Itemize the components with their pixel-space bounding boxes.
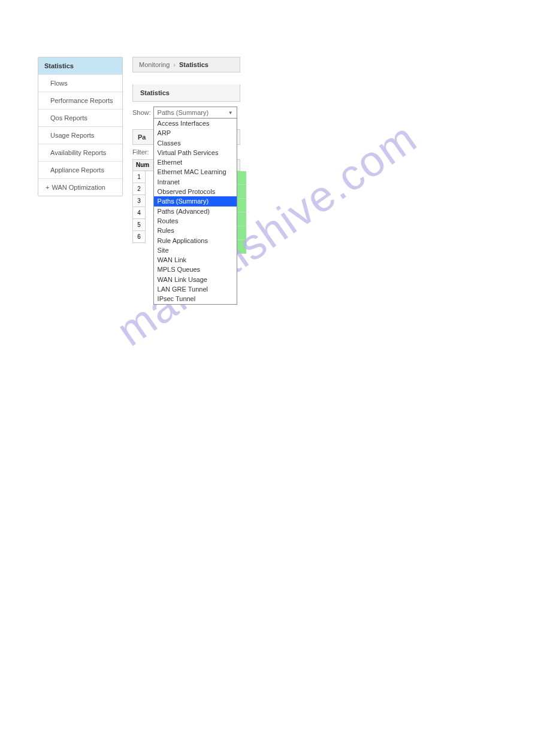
dropdown-option-classes[interactable]: Classes [154,138,237,148]
num-header: Num [134,160,152,169]
dropdown-select[interactable]: Paths (Summary) ▼ [153,107,237,119]
dropdown-option-rule-applications[interactable]: Rule Applications [154,236,237,245]
table-row[interactable]: 5 [132,219,146,231]
breadcrumb-current: Statistics [179,61,208,68]
table-row[interactable]: 3 [132,195,146,207]
dropdown-option-site[interactable]: Site [154,245,237,255]
sidebar-item-label: WAN Optimization [52,184,105,191]
dropdown-option-virtual-path-services[interactable]: Virtual Path Services [154,148,237,157]
num-column: 1 2 3 4 5 6 [132,171,146,243]
chevron-right-icon: › [173,61,176,68]
show-label: Show: [132,109,151,116]
dropdown-option-observed-protocols[interactable]: Observed Protocols [154,187,237,196]
dropdown-option-routes[interactable]: Routes [154,216,237,226]
breadcrumb-parent[interactable]: Monitoring [139,61,170,68]
sidebar-item-wan-optimization[interactable]: + WAN Optimization [38,179,122,196]
dropdown-option-rules[interactable]: Rules [154,226,237,235]
dropdown-option-ethernet[interactable]: Ethernet [154,157,237,167]
sidebar-item-flows[interactable]: Flows [38,75,122,92]
main-content: Monitoring › Statistics Statistics Show:… [132,57,240,196]
dropdown-option-wan-link[interactable]: WAN Link [154,255,237,265]
panel-header: Statistics [132,84,240,102]
plus-icon: + [46,184,49,191]
dropdown-option-arp[interactable]: ARP [154,128,237,138]
show-row: Show: Paths (Summary) ▼ Access Interface… [132,102,240,123]
table-row[interactable]: 1 [132,171,146,183]
show-dropdown[interactable]: Paths (Summary) ▼ Access Interfaces ARP … [153,107,237,119]
chevron-down-icon: ▼ [228,110,233,116]
dropdown-option-intranet[interactable]: Intranet [154,177,237,187]
dropdown-option-lan-gre-tunnel[interactable]: LAN GRE Tunnel [154,284,237,294]
breadcrumb: Monitoring › Statistics [132,57,240,72]
dropdown-option-access-interfaces[interactable]: Access Interfaces [154,119,237,128]
dropdown-option-paths-summary[interactable]: Paths (Summary) [154,196,237,206]
dropdown-option-wan-link-usage[interactable]: WAN Link Usage [154,275,237,284]
table-row[interactable]: 4 [132,207,146,219]
dropdown-option-ipsec-tunnel[interactable]: IPsec Tunnel [154,294,237,303]
dropdown-option-ethernet-mac-learning[interactable]: Ethernet MAC Learning [154,167,237,177]
table-row[interactable]: 2 [132,183,146,195]
sidebar-item-performance-reports[interactable]: Performance Reports [38,92,122,110]
sidebar-item-usage-reports[interactable]: Usage Reports [38,127,122,144]
dropdown-option-mpls-queues[interactable]: MPLS Queues [154,265,237,274]
sidebar-item-availability-reports[interactable]: Availability Reports [38,144,122,162]
sidebar-item-appliance-reports[interactable]: Appliance Reports [38,162,122,179]
dropdown-option-paths-advanced[interactable]: Paths (Advanced) [154,207,237,216]
sidebar: Statistics Flows Performance Reports Qos… [38,57,123,196]
filter-label: Filter: [132,148,149,156]
dropdown-selected-text: Paths (Summary) [158,109,209,116]
dropdown-list: Access Interfaces ARP Classes Virtual Pa… [153,119,237,305]
sidebar-item-qos-reports[interactable]: Qos Reports [38,110,122,127]
sidebar-item-statistics[interactable]: Statistics [38,57,122,75]
table-row[interactable]: 6 [132,231,146,243]
